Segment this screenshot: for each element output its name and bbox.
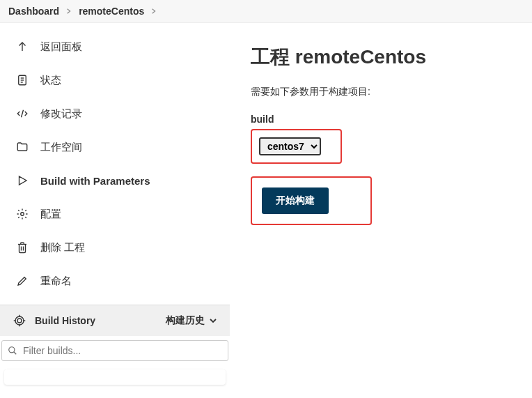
build-history-label: Build History [35,315,95,326]
sidebar-item-trash[interactable]: 删除 工程 [0,231,230,264]
build-button[interactable]: 开始构建 [262,187,329,214]
svg-point-16 [9,347,15,353]
title-project-name: remoteCentos [295,46,426,68]
sidebar-item-pencil[interactable]: 重命名 [0,264,230,298]
build-history-header: Build History 构建历史 [0,305,230,336]
svg-point-11 [15,316,24,325]
highlight-select-box: centos7 [251,129,342,164]
svg-point-10 [17,319,22,323]
breadcrumb-dashboard[interactable]: Dashboard [8,6,59,17]
sidebar-item-label: 工作空间 [40,141,82,154]
sidebar-item-gear[interactable]: 配置 [0,197,230,231]
sidebar-item-play[interactable]: Build with Parameters [0,164,230,197]
document-icon [15,73,29,87]
folder-icon [15,140,29,154]
main-content: 工程 remoteCentos 需要如下参数用于构建项目: build cent… [230,23,532,392]
pencil-icon [15,274,29,288]
sidebar: 返回面板状态修改记录工作空间Build with Parameters配置删除 … [0,23,230,392]
title-prefix: 工程 [251,46,295,68]
svg-line-17 [14,352,17,355]
sidebar-item-label: 删除 工程 [40,241,85,254]
sidebar-item-label: 状态 [40,74,61,87]
build-history-trend[interactable]: 构建历史 [166,314,217,327]
sidebar-item-label: Build with Parameters [40,175,150,187]
sidebar-item-label: 修改记录 [40,107,82,121]
search-icon [8,346,17,355]
gear-icon [15,207,29,221]
chevron-right-icon [66,6,72,16]
trend-label: 构建历史 [166,314,205,327]
highlight-button-box: 开始构建 [251,176,372,225]
arrow-up-icon [15,40,29,54]
sidebar-item-label: 配置 [40,208,61,221]
sidebar-item-label: 返回面板 [40,40,82,54]
build-param-select[interactable]: centos7 [259,137,321,155]
svg-marker-6 [19,176,27,185]
build-history-card [4,369,226,385]
svg-line-5 [22,110,24,118]
target-icon [13,314,26,328]
breadcrumb-project[interactable]: remoteCentos [79,6,144,17]
filter-builds-input-wrap[interactable] [1,340,228,361]
filter-builds-input[interactable] [23,345,222,356]
sidebar-item-code[interactable]: 修改记录 [0,97,230,130]
breadcrumb: Dashboard remoteCentos [0,0,532,23]
chevron-right-icon [151,6,157,16]
play-icon [15,174,29,187]
code-icon [15,107,29,121]
chevron-down-icon [209,316,217,325]
sidebar-item-label: 重命名 [40,275,72,288]
sidebar-item-folder[interactable]: 工作空间 [0,130,230,164]
page-subtitle: 需要如下参数用于构建项目: [251,86,532,98]
trash-icon [15,240,29,254]
param-label: build [251,114,532,125]
sidebar-item-document[interactable]: 状态 [0,63,230,97]
svg-point-7 [21,213,24,216]
sidebar-item-arrow-up[interactable]: 返回面板 [0,30,230,63]
page-title: 工程 remoteCentos [251,44,532,70]
